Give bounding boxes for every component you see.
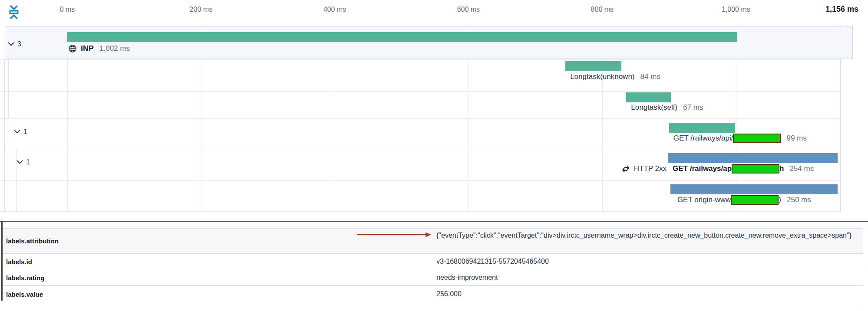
span-bar-4[interactable] [668, 153, 838, 163]
exchange-icon [621, 164, 630, 173]
span-bar-5[interactable] [670, 184, 838, 194]
child-count: 1 [26, 158, 30, 166]
chevron-down-icon [14, 128, 20, 136]
span-name: GET /railways/api/ [673, 134, 733, 143]
span-bar-0[interactable] [67, 32, 737, 42]
indent-guide-4 [21, 180, 21, 211]
table-value-1: v3-1680069421315-5572045465400 [436, 253, 549, 270]
table-value-0: {"eventType":"click","eventTarget":"div>… [436, 229, 855, 241]
span-name: GET /railways/ap [673, 164, 732, 173]
indent-guide-1 [8, 59, 9, 118]
span-duration: 1,002 ms [99, 44, 130, 53]
span-bar-3[interactable] [669, 123, 735, 133]
accordion-toggle-0[interactable]: 3 [8, 40, 21, 48]
tick-label-3: 600 ms [457, 6, 480, 13]
redaction-box [733, 134, 781, 143]
span-label-1: Longtask(unknown)84 ms [570, 71, 660, 82]
row-border-2 [0, 118, 840, 119]
span-label-3: GET /railways/api/99 ms [673, 133, 807, 144]
span-label-2: Longtask(self)67 ms [631, 102, 703, 113]
indent-guide-2 [11, 118, 11, 180]
table-key-1: labels.id [6, 253, 32, 270]
span-name: Longtask(self) [631, 103, 677, 112]
accordion-toggle-4[interactable]: 1 [17, 158, 30, 166]
timeline-total-duration: 1,156 ms [825, 5, 858, 14]
row-border-0 [0, 59, 840, 60]
table-separator-1 [3, 253, 863, 254]
tick-label-1: 200 ms [190, 6, 212, 13]
tick-label-5: 1,000 ms [722, 6, 750, 13]
fold-icon [7, 16, 20, 22]
span-name: INP [81, 44, 94, 53]
row-border-3 [0, 149, 840, 149]
child-count: 3 [17, 40, 21, 48]
selected-row-highlight [6, 26, 853, 59]
span-label-0: INP1,002 ms [68, 43, 130, 54]
row-border-1 [0, 91, 840, 92]
span-label-5: GET origin-www)250 ms [677, 194, 811, 206]
annotation-arrow-icon [357, 231, 432, 238]
table-separator-3 [3, 285, 863, 286]
row-border-5 [0, 211, 840, 212]
span-duration: 84 ms [640, 72, 660, 81]
span-duration: 67 ms [683, 103, 703, 112]
table-top-border [0, 221, 868, 222]
span-label-4: HTTP 2xxGET /railways/aph254 ms [621, 163, 814, 174]
globe-icon [68, 44, 77, 53]
header-divider [0, 25, 868, 25]
span-name: Longtask(unknown) [570, 72, 634, 81]
indent-guide-0 [4, 59, 5, 211]
table-value-3: 256.000 [436, 285, 462, 303]
span-name-tail: ) [779, 196, 781, 204]
http-status-badge: HTTP 2xx [634, 164, 667, 173]
row-border-4 [0, 180, 840, 181]
span-duration: 250 ms [787, 196, 811, 204]
span-name-tail: h [779, 164, 784, 173]
redaction-box [731, 195, 779, 205]
span-duration: 254 ms [789, 164, 814, 173]
table-value-2: needs-improvement [436, 270, 498, 285]
table-key-3: labels.value [6, 285, 43, 303]
redaction-box [732, 164, 779, 174]
span-name: GET origin-www [677, 196, 731, 204]
span-duration: 99 ms [786, 134, 806, 143]
child-count: 1 [23, 128, 27, 136]
fold-all-button[interactable] [7, 3, 21, 22]
tick-label-0: 0 ms [60, 6, 75, 13]
table-separator-2 [3, 270, 863, 270]
table-key-0: labels.attribution [6, 228, 59, 253]
span-bar-1[interactable] [565, 61, 621, 71]
tick-label-4: 800 ms [591, 6, 614, 13]
accordion-toggle-3[interactable]: 1 [14, 128, 27, 136]
apm-trace-waterfall-view: 0 ms200 ms400 ms600 ms800 ms1,000 ms 1,1… [0, 0, 868, 311]
span-bar-2[interactable] [626, 92, 671, 102]
tick-label-2: 400 ms [323, 6, 346, 13]
chevron-down-icon [8, 40, 14, 48]
table-separator-4 [3, 303, 863, 303]
table-key-2: labels.rating [6, 270, 44, 285]
chevron-down-icon [17, 158, 23, 166]
